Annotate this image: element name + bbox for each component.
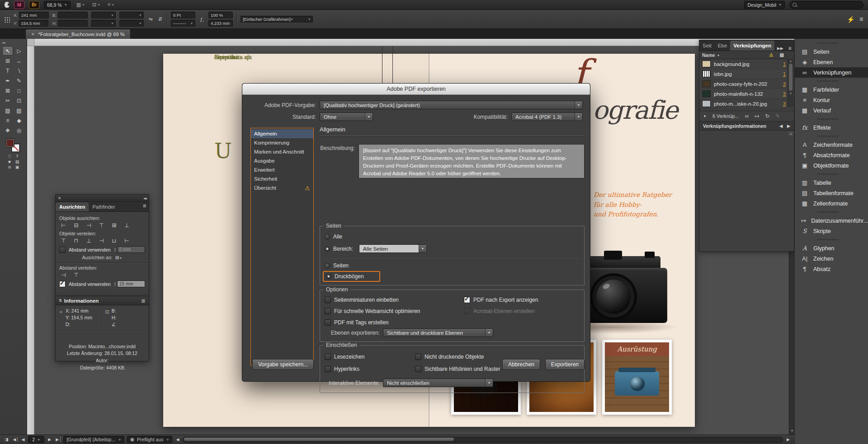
dock-panel-button[interactable]: ▩ Verlauf [795, 105, 868, 116]
distribute-icon[interactable]: ⊔ [110, 237, 118, 244]
arrange-documents-button[interactable]: ⌗ ▼ [106, 2, 116, 8]
dialog-section-item[interactable]: Ausgabe⚠ [251, 156, 313, 165]
tool-button[interactable]: ✂ [2, 96, 13, 105]
apply-none-icon[interactable]: ⊘ [6, 165, 13, 169]
panel-collapse-icon[interactable]: ⇅ [59, 299, 62, 303]
bridge-button[interactable]: Br [29, 1, 39, 9]
radio-all-pages[interactable]: Alle [325, 234, 342, 240]
preflight-status[interactable]: Preflight aus▼ [127, 436, 172, 443]
name-column-header[interactable]: Name [702, 52, 715, 58]
edit-original-icon[interactable]: ✎ [775, 113, 780, 119]
vertical-ruler[interactable] [27, 46, 34, 435]
distribute-spacing-icon[interactable]: ⊤ [72, 271, 80, 278]
page-range-combo[interactable]: Alle Seiten▼ [359, 244, 427, 253]
dock-panel-button[interactable]: ◈ Ebenen [795, 57, 868, 67]
scale-y-field[interactable]: ▼ [91, 20, 116, 27]
goto-link-icon[interactable]: ↦ [755, 113, 759, 119]
ruler-corner[interactable] [27, 39, 34, 46]
horizontal-ruler[interactable] [34, 39, 794, 46]
tool-hint-dropdown[interactable]: [Grundpfeil] (Arbeitsp...▼ [63, 436, 124, 443]
tool-button[interactable]: ✒ [2, 76, 13, 85]
scale-x-field[interactable]: ▼ [91, 12, 116, 19]
effects-button[interactable]: ƒ, [199, 17, 205, 22]
export-button[interactable]: Exportieren [545, 359, 585, 370]
x-position-field[interactable]: 241 mm [19, 12, 49, 19]
tool-button[interactable]: ▨ [14, 106, 24, 115]
include-checkbox[interactable]: Lesezeichen [325, 354, 364, 360]
fill-swatch[interactable] [6, 139, 14, 147]
horizontal-scrollbar[interactable] [183, 437, 783, 443]
y-position-field[interactable]: 154,5 mm [19, 20, 48, 27]
distribute-icon[interactable]: ⊢ [123, 237, 131, 244]
dialog-section-item[interactable]: Übersicht⚠ [251, 183, 313, 192]
dock-panel-button[interactable]: fx Effekte [795, 122, 868, 133]
cancel-button[interactable]: Abbrechen [502, 359, 540, 370]
tool-button[interactable]: T [2, 66, 13, 75]
use-spacing-checkbox-2[interactable]: Abstand verwenden [59, 281, 111, 287]
rotation-field[interactable]: ▼ [119, 12, 144, 19]
dock-panel-button[interactable]: A Glyphen [795, 243, 868, 253]
dialog-section-item[interactable]: Komprimierung⚠ [251, 138, 313, 147]
previous-page-button[interactable]: ◀ [20, 437, 25, 442]
include-checkbox[interactable]: Nicht druckende Objekte [415, 354, 500, 360]
disclosure-triangle-icon[interactable]: ▼ [703, 114, 707, 118]
formatting-text-icon[interactable]: T [14, 154, 21, 159]
option-checkbox[interactable]: PDF nach Export anzeigen [464, 297, 538, 303]
fill-stroke-proxy[interactable] [6, 139, 21, 152]
zoom-level-dropdown[interactable]: 68,9 %▼ [44, 1, 71, 9]
opacity-dropdown[interactable]: 100 % [208, 12, 233, 19]
spacing-value-field[interactable]: 0 mm [117, 246, 145, 253]
compatibility-dropdown[interactable]: Acrobat 4 (PDF 1.3)▼ [511, 112, 583, 121]
next-link-icon[interactable]: ▶ [787, 124, 790, 128]
tools-collapse-icon[interactable]: ◂◂ [0, 41, 27, 46]
scroll-right-icon[interactable]: ▶ [786, 437, 791, 442]
align-to-dropdown[interactable]: ⊞▼ [115, 255, 123, 260]
scroll-left-icon[interactable]: ◀ [175, 437, 180, 442]
workspace-switcher[interactable]: Design_Mobil▼ [744, 1, 785, 9]
reference-point-proxy[interactable] [4, 16, 10, 23]
dock-panel-button[interactable]: ▣ Objektformate [795, 160, 868, 171]
link-row[interactable]: isbn.jpg 1 [699, 69, 794, 79]
align-icon[interactable]: ⊤ [97, 222, 106, 229]
radio-spreads[interactable]: Druckbögen [326, 273, 364, 280]
panel-tab[interactable]: Ausrichten [56, 202, 89, 211]
panel-menu-icon[interactable]: ≣ [859, 16, 864, 22]
screen-mode-icon[interactable]: ▣ [14, 165, 21, 169]
update-link-icon[interactable]: ↻ [765, 113, 769, 119]
flip-vertical-button[interactable]: ⇵ [157, 16, 163, 22]
dock-panel-button[interactable]: S Skripte [795, 226, 868, 236]
use-spacing-checkbox[interactable]: Abstand verwenden [59, 247, 111, 253]
panel-menu-icon[interactable]: ≣ [143, 203, 146, 208]
panel-menu-icon[interactable]: ≣ [786, 46, 794, 51]
option-checkbox[interactable]: Seitenminiaturen einbetten [325, 297, 420, 303]
export-layers-dropdown[interactable]: Sichtbare und druckbare Ebenen▼ [383, 328, 493, 337]
distribute-icon[interactable]: ⊥ [85, 237, 93, 244]
align-icon[interactable]: ⊢ [59, 222, 68, 229]
shear-field[interactable]: ▼ [119, 20, 144, 27]
option-checkbox[interactable]: PDF mit Tags erstellen [325, 319, 420, 326]
apply-gradient-icon[interactable]: ▨ [14, 159, 21, 164]
view-options-button[interactable]: ▥ ▼ [75, 2, 86, 8]
document-tab[interactable]: ✕ *Fotoratgeber_Buchcover.indd @ 69 % [25, 29, 131, 39]
distribute-icon[interactable]: ⊤ [59, 237, 68, 244]
option-checkbox[interactable]: Für schnelle Webansicht optimieren [325, 308, 420, 314]
search-input[interactable] [789, 1, 863, 9]
screen-mode-button[interactable]: ⊡ ▼ [91, 2, 102, 8]
dialog-section-list[interactable]: Allgemein⚠ Komprimierung⚠ Marken und Ans… [250, 128, 314, 365]
relink-icon[interactable]: ∞ [745, 113, 749, 119]
panel-tab[interactable]: Verknüpfungen [730, 41, 774, 51]
link-row[interactable]: background.jpg 1 [699, 59, 794, 69]
save-preset-button[interactable]: Vorgabe speichern... [252, 359, 314, 370]
page-column-icon[interactable]: ▤ [780, 52, 784, 57]
dock-panel-button[interactable]: A| Zeichen [795, 253, 868, 264]
panel-tab[interactable]: Pathfinder [89, 202, 118, 211]
tool-button[interactable]: ≡ [2, 116, 13, 125]
link-row[interactable]: photo-mainfish-n-132 3 [699, 89, 794, 99]
align-icon[interactable]: ⊥ [123, 222, 131, 229]
dock-panel-button[interactable]: ▦ Farbfelder [795, 84, 868, 95]
dialog-section-item[interactable]: Allgemein⚠ [251, 129, 313, 138]
include-checkbox[interactable]: Hyperlinks [325, 366, 364, 372]
dialog-section-item[interactable]: Erweitert⚠ [251, 165, 313, 174]
page-number-field[interactable]: 2▼ [28, 436, 44, 443]
dock-panel-button[interactable]: ¶ Absatz [795, 264, 868, 274]
